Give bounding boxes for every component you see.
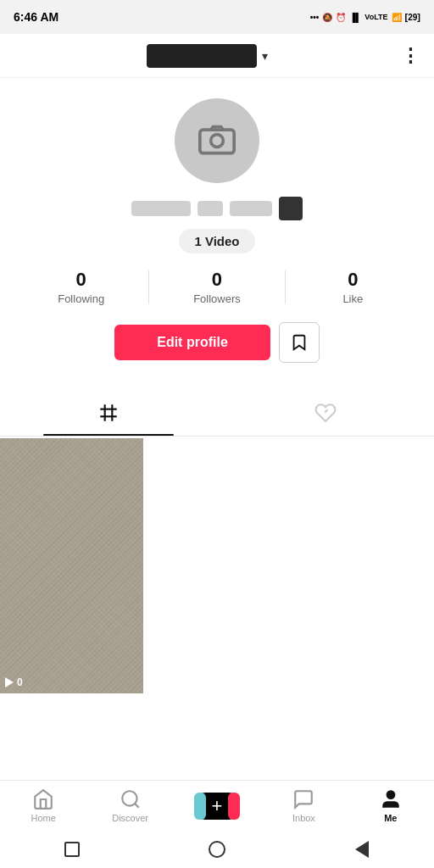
bookmark-icon — [290, 333, 309, 352]
android-home-button[interactable] — [198, 831, 236, 868]
play-count-value: 0 — [17, 676, 23, 688]
alarm-icon: ⏰ — [336, 13, 346, 22]
nav-discover[interactable]: Discover — [86, 788, 173, 823]
profile-icon — [380, 788, 402, 810]
nav-home[interactable]: Home — [0, 788, 86, 823]
search-icon — [120, 788, 142, 810]
camera-icon — [198, 122, 236, 159]
username-ph-3 — [230, 201, 272, 216]
inbox-icon — [292, 788, 314, 810]
plus-icon: + — [212, 797, 223, 815]
chevron-down-icon: ▾ — [262, 49, 268, 63]
svg-point-4 — [211, 135, 224, 147]
create-button[interactable]: + — [198, 793, 236, 820]
more-menu-button[interactable]: ⋮ — [401, 45, 420, 67]
status-icons: ••• 🔕 ⏰ ▐▌ VoLTE 📶 [29] — [310, 12, 420, 22]
stats-row: 0 Following 0 Followers 0 Like — [14, 269, 420, 305]
username-ph-1 — [131, 201, 191, 216]
video-badge: 1 Video — [179, 229, 254, 253]
username-placeholders — [131, 197, 303, 220]
signal-bars: ▐▌ — [349, 13, 361, 22]
android-nav — [0, 831, 434, 868]
nav-me[interactable]: Me — [348, 788, 434, 823]
battery-icon: [29] — [405, 12, 420, 22]
mute-icon: 🔕 — [322, 13, 332, 22]
svg-point-9 — [122, 791, 136, 805]
video-grid: 0 — [0, 437, 434, 695]
status-time: 6:46 AM — [14, 10, 58, 24]
profile-section: 1 Video 0 Following 0 Followers 0 Like E… — [0, 78, 434, 383]
nav-inbox[interactable]: Inbox — [260, 788, 347, 823]
android-recents-button[interactable] — [53, 831, 91, 868]
back-icon — [355, 841, 369, 858]
lte-icon: VoLTE — [364, 13, 387, 21]
nav-create[interactable]: + — [174, 793, 260, 820]
following-stat[interactable]: 0 Following — [14, 269, 148, 305]
recents-icon — [64, 842, 80, 857]
home-icon — [32, 788, 54, 810]
svg-line-10 — [135, 804, 139, 808]
profile-buttons: Edit profile — [114, 322, 320, 363]
likes-label: Like — [342, 292, 363, 305]
video-thumbnail[interactable]: 0 — [0, 438, 143, 693]
following-label: Following — [58, 292, 104, 305]
followers-count: 0 — [212, 269, 222, 291]
signal-dots: ••• — [310, 13, 320, 22]
tab-liked[interactable] — [217, 390, 434, 436]
wifi-icon: 📶 — [392, 13, 402, 22]
nav-inbox-label: Inbox — [292, 813, 315, 823]
nav-me-label: Me — [384, 813, 397, 823]
username-bar — [147, 44, 257, 68]
status-bar: 6:46 AM ••• 🔕 ⏰ ▐▌ VoLTE 📶 [29] — [0, 0, 434, 34]
android-back-button[interactable] — [343, 831, 381, 868]
avatar-container — [175, 98, 259, 183]
bookmark-button[interactable] — [279, 322, 320, 363]
svg-point-11 — [387, 791, 394, 798]
followers-label: Followers — [193, 292, 241, 305]
more-icon: ⋮ — [401, 45, 420, 66]
play-count: 0 — [5, 676, 23, 688]
grid-icon — [97, 402, 120, 424]
top-nav: ▾ ⋮ — [0, 34, 434, 78]
likes-stat[interactable]: 0 Like — [286, 269, 420, 305]
bottom-nav: Home Discover + Inbox Me — [0, 780, 434, 831]
followers-stat[interactable]: 0 Followers — [149, 269, 284, 305]
username-ph-2 — [198, 201, 223, 216]
nav-discover-label: Discover — [112, 813, 148, 823]
edit-profile-button[interactable]: Edit profile — [114, 325, 270, 360]
play-icon — [5, 677, 14, 687]
username-area[interactable]: ▾ — [147, 44, 268, 68]
username-ph-4 — [279, 197, 303, 220]
video-preview — [0, 438, 143, 693]
nav-home-label: Home — [31, 813, 56, 823]
home-hardware-icon — [209, 841, 225, 858]
content-tabs — [0, 390, 434, 437]
tab-grid[interactable] — [0, 390, 217, 436]
following-count: 0 — [76, 269, 86, 291]
liked-icon — [314, 402, 337, 424]
avatar — [175, 98, 259, 183]
likes-count: 0 — [348, 269, 358, 291]
